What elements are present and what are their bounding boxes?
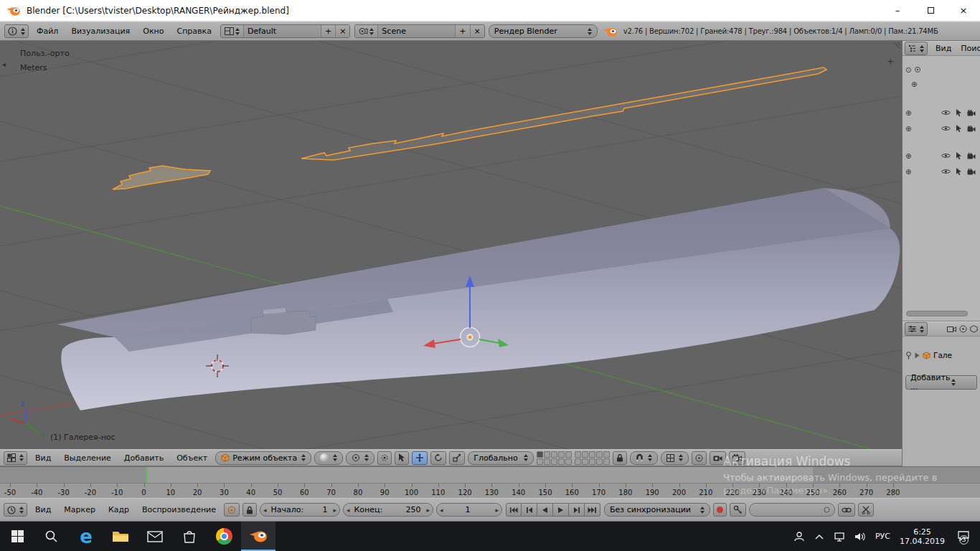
maximize-button[interactable] [914,0,947,22]
cursor-select-icon[interactable] [956,109,962,117]
pivot-align-toggle[interactable] [377,451,392,465]
current-frame-field[interactable]: ◂ 1 ▸ [436,503,502,517]
start-button[interactable] [0,522,34,551]
cursor-select-icon[interactable] [956,125,962,133]
cursor-select-icon[interactable] [956,168,962,176]
scene-add-button[interactable]: + [456,25,470,37]
manipulator-toggle[interactable] [395,451,409,465]
layer-cell[interactable] [551,458,557,465]
chrome-button[interactable] [207,522,241,551]
layer-cell[interactable] [582,451,588,458]
keying-set-button[interactable] [730,503,746,517]
eye-icon[interactable] [941,153,951,159]
people-icon[interactable] [793,531,805,542]
scene-browse-button[interactable] [355,25,378,37]
toolshelf-toggle-arrow[interactable]: ◂ [2,60,6,68]
render-restrict-icon[interactable] [967,110,976,116]
tray-expand-chevron-icon[interactable] [814,533,824,540]
layer-cell[interactable] [544,451,550,458]
outliner-menu-view[interactable]: Вид [929,44,958,53]
auto-keyframe-button[interactable] [713,503,727,517]
language-indicator[interactable]: РУС [875,532,890,541]
layer-cell[interactable] [565,451,572,458]
blender-taskbar-button[interactable] [241,522,275,551]
menu-window[interactable]: Окно [136,27,170,36]
layer-cell[interactable] [537,458,543,465]
vp-menu-select[interactable]: Выделение [57,453,118,463]
outliner-editor[interactable]: Вид Поиск ⊙ ⊕ ⊕ ⊕ ⊕ [903,41,980,321]
delete-keyframes-button[interactable] [858,503,874,517]
viewport-editor-type-button[interactable] [4,451,27,465]
pin-icon[interactable] [905,352,912,359]
increment-arrow[interactable]: ▸ [331,507,340,514]
eye-icon[interactable] [941,126,951,131]
tab-render-icon[interactable] [947,325,956,333]
layer-cell[interactable] [558,451,565,458]
menu-help[interactable]: Справка [170,27,217,36]
network-icon[interactable] [834,532,845,542]
timeline-playhead[interactable] [146,467,148,484]
npanel-toggle-plus[interactable]: + [887,57,894,67]
tab-scene-icon[interactable] [959,325,967,333]
orientation-dropdown[interactable]: Глобально [468,451,534,465]
outliner-horizontal-scrollbar[interactable] [906,311,968,316]
scene-name-field[interactable]: Scene [378,25,456,37]
lock-time-toggle[interactable] [242,503,257,517]
expand-icon[interactable]: ⊕ [905,125,911,133]
decrement-arrow[interactable]: ◂ [344,507,353,514]
layer-cell[interactable] [589,451,595,458]
layer-cell[interactable] [596,451,603,458]
preview-range-toggle[interactable] [224,503,240,517]
tl-menu-marker[interactable]: Маркер [57,505,102,514]
outliner-menu-search[interactable]: Поиск [958,44,980,53]
outliner-row-child[interactable]: ⊕ [911,77,979,90]
play-button[interactable] [553,503,569,517]
eye-icon[interactable] [941,169,951,174]
viewport-canvas[interactable]: y z [0,41,902,449]
titlebar[interactable]: Blender [C:\Users\tvister\Desktop\RANGER… [0,0,980,22]
layer-cell[interactable] [575,458,581,465]
end-frame-field[interactable]: ◂ Конец: 250 ▸ [343,503,433,517]
pivot-dropdown[interactable] [346,451,374,465]
outliner-row-object-2[interactable]: ⊕ [905,122,979,135]
expand-icon[interactable]: ⊕ [911,80,917,88]
layer-cell[interactable] [558,458,565,465]
expand-icon[interactable]: ⊕ [905,152,911,160]
area-corner-widget[interactable] [894,42,900,49]
layer-cell[interactable] [551,451,557,458]
render-restrict-icon[interactable] [967,169,976,175]
timeline-ruler[interactable]: -50-40-30-20-100102030405060708090100110… [0,483,980,498]
start-frame-field[interactable]: ◂ Начало: 1 ▸ [260,503,340,517]
increment-arrow[interactable]: ▸ [493,507,502,514]
file-explorer-button[interactable] [103,522,138,551]
snap-dropdown[interactable] [630,451,658,465]
sync-dropdown[interactable]: Без синхронизации [604,503,710,517]
3d-viewport[interactable]: y z Польз.-орто Meters (1) Галерея-нос ◂… [0,41,902,449]
render-restrict-icon[interactable] [967,153,976,159]
translate-manipulator-toggle[interactable] [412,451,428,465]
outliner-row-scene[interactable]: ⊙ [905,63,979,76]
layer-cell[interactable] [603,458,610,465]
layout-name-field[interactable]: Default [244,25,321,37]
menu-file[interactable]: Файл [30,27,65,36]
scale-manipulator-toggle[interactable] [449,451,465,465]
decrement-arrow[interactable]: ◂ [260,507,270,514]
proportional-edit-toggle[interactable] [692,451,707,465]
vp-menu-view[interactable]: Вид [29,453,57,463]
prev-keyframe-button[interactable] [522,503,537,517]
jump-to-end-button[interactable] [585,503,600,517]
editor-type-button[interactable] [4,24,29,38]
vp-menu-add[interactable]: Добавить [118,453,170,463]
opengl-render-anim-button[interactable] [729,451,745,465]
layer-cell[interactable] [565,458,572,465]
outliner-row-object-4[interactable]: ⊕ [905,165,979,178]
layer-cell[interactable] [544,458,550,465]
add-modifier-button[interactable]: Добавить ... [905,375,977,390]
search-button[interactable] [34,522,69,551]
snap-element-dropdown[interactable] [661,451,689,465]
outliner-row-object-3[interactable]: ⊕ [905,149,979,162]
render-engine-dropdown[interactable]: Рендер Blender [489,24,598,38]
timeline-track[interactable] [0,466,980,483]
collapse-icon[interactable]: ⊙ [905,66,911,74]
tl-menu-frame[interactable]: Кадр [102,505,136,514]
